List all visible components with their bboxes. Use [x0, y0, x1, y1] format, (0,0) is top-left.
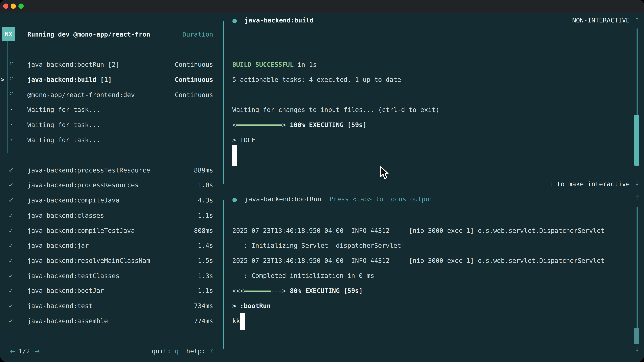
log-line: : Initializing Servlet 'dispatcherServle… [232, 242, 405, 250]
sidebar-footer: ← 1/2 → quit: q help: ? [0, 347, 224, 355]
help-hint-label: help: [178, 348, 209, 355]
task-duration: 734ms [194, 302, 213, 310]
typed-input-text[interactable]: kk [232, 317, 240, 325]
completed-task-row[interactable]: ✓ java-backend:classes 1.1s [0, 212, 224, 220]
gradle-progress-line: <════════════> 100% EXECUTING [59s] [232, 121, 366, 129]
panel-left-border [224, 21, 224, 184]
waiting-for-changes-line: Waiting for changes to input files... (c… [232, 106, 440, 114]
titlebar [0, 0, 644, 12]
actionable-tasks-line: 5 actionable tasks: 4 executed, 1 up-to-… [232, 76, 401, 84]
task-name: Waiting for task... [27, 106, 100, 114]
pending-bullet-icon: · [10, 121, 14, 129]
progress-bar-fill: ═══════ [244, 287, 271, 295]
task-status: Continuous [175, 91, 213, 99]
scroll-up-arrow-icon[interactable]: ↑ [634, 16, 640, 24]
task-duration: 1.4s [198, 242, 213, 250]
completed-task-row[interactable]: ✓ java-backend:testClasses 1.3s [0, 272, 224, 280]
spinner-icon: ⠋ [9, 76, 14, 84]
scroll-up-arrow-icon[interactable]: ↑ [634, 194, 640, 202]
completed-task-row[interactable]: ✓ java-backend:processResources 1.0s [0, 181, 224, 189]
panel-bottom-border [224, 184, 544, 184]
task-name: java-backend:compileTestJava [27, 227, 135, 235]
check-icon: ✓ [8, 227, 14, 235]
panel-title: java-backend:build [244, 16, 314, 24]
scrollbar-thumb[interactable] [634, 328, 639, 344]
task-status-dot-icon [232, 19, 237, 23]
completed-task-row[interactable]: ✓ java-backend:bootJar 1.1s [0, 287, 224, 295]
pending-bullet-icon: · [10, 136, 14, 144]
noninteractive-badge: NON-INTERACTIVE [572, 16, 630, 24]
completed-task-row[interactable]: ✓ java-backend:processTestResource 889ms [0, 166, 224, 174]
completed-task-row[interactable]: ✓ java-backend:jar 1.4s [0, 242, 224, 250]
progress-open-bracket: <<< [232, 287, 244, 295]
task-row-build-selected[interactable]: ⠋ java-backend:build [1] Continuous [0, 76, 224, 84]
completed-task-row[interactable]: ✓ java-backend:compileJava 4.3s [0, 196, 224, 204]
progress-bar-remaining: ---> [271, 287, 286, 295]
scroll-down-arrow-icon[interactable]: ↓ [634, 345, 640, 353]
terminal-cursor [232, 145, 237, 166]
pending-task-row[interactable]: · Waiting for task... [0, 106, 224, 114]
task-duration: 4.3s [198, 196, 213, 204]
minimize-button[interactable] [11, 3, 16, 9]
check-icon: ✓ [8, 166, 14, 174]
panel-title: java-backend:bootRun [244, 195, 321, 203]
task-duration: 1.0s [198, 181, 213, 189]
interactive-hint: i to make interactive [549, 180, 630, 188]
help-key: ? [209, 348, 213, 355]
close-button[interactable] [3, 3, 8, 9]
panel-top-border-stub [224, 21, 228, 21]
check-icon: ✓ [8, 181, 14, 189]
panel-top-border-stub [224, 200, 228, 200]
progress-label: 100% EXECUTING [59s] [290, 121, 366, 129]
build-successful-text: BUILD SUCCESSFUL [232, 61, 294, 68]
sidebar-header: Running dev @mono-app/react-fron Duratio… [0, 30, 224, 38]
task-name: java-backend:processResources [27, 181, 138, 189]
idle-status-line: > IDLE [232, 136, 255, 144]
pending-task-row[interactable]: · Waiting for task... [0, 121, 224, 129]
task-row-frontend-dev[interactable]: ⠋ @mono-app/react-frontend:dev Continuou… [0, 91, 224, 99]
zoom-button[interactable] [18, 3, 24, 9]
completed-task-row[interactable]: ✓ java-backend:resolveMainClassNam 1.5s [0, 257, 224, 265]
pager-prev-arrow-icon[interactable]: ← [10, 347, 16, 355]
completed-task-row[interactable]: ✓ java-backend:test 734ms [0, 302, 224, 310]
task-name: java-backend:assemble [27, 317, 108, 325]
check-icon: ✓ [8, 272, 14, 280]
task-name: java-backend:bootRun [2] [27, 60, 120, 68]
log-line: : Completed initialization in 0 ms [232, 272, 374, 280]
check-icon: ✓ [8, 212, 14, 220]
check-icon: ✓ [8, 317, 14, 325]
task-name: Waiting for task... [27, 136, 100, 144]
scrollbar-thumb[interactable] [634, 115, 639, 166]
run-command-title: Running dev @mono-app/react-fron [27, 30, 150, 38]
spinner-icon: ⠋ [9, 91, 14, 99]
quit-key: q [175, 348, 178, 355]
check-icon: ✓ [8, 242, 14, 250]
progress-open-bracket: < [232, 121, 236, 129]
task-name: java-backend:resolveMainClassNam [27, 257, 150, 265]
pager-next-arrow-icon[interactable]: → [34, 347, 40, 355]
task-name: java-backend:testClasses [27, 272, 120, 280]
task-duration: 1.3s [198, 272, 213, 280]
completed-task-row[interactable]: ✓ java-backend:compileTestJava 808ms [0, 227, 224, 235]
check-icon: ✓ [8, 287, 14, 295]
check-icon: ✓ [8, 257, 14, 265]
panel-bottom-border [224, 349, 630, 349]
completed-task-row[interactable]: ✓ java-backend:assemble 774ms [0, 317, 224, 325]
interactive-hint-key: i [549, 180, 553, 188]
keybind-hints: quit: q help: ? [152, 347, 213, 355]
task-duration: 808ms [194, 227, 213, 235]
task-name: java-backend:processTestResource [27, 166, 150, 174]
build-result-line: BUILD SUCCESSFUL in 1s [232, 60, 317, 68]
terminal-cursor [240, 313, 245, 330]
task-status-dot-icon [232, 198, 237, 202]
task-duration: 1.5s [198, 257, 213, 265]
task-duration: 1.1s [198, 212, 213, 220]
check-icon: ✓ [8, 196, 14, 204]
task-row-bootrun[interactable]: ⠋ java-backend:bootRun [2] Continuous [0, 60, 224, 68]
scrollbar-track[interactable] [636, 28, 638, 115]
scrollbar-track[interactable] [636, 207, 638, 328]
pending-task-row[interactable]: · Waiting for task... [0, 136, 224, 144]
scroll-down-arrow-icon[interactable]: ↓ [634, 179, 640, 187]
task-duration: 1.1s [198, 287, 213, 295]
duration-column-header: Duration [182, 30, 213, 38]
